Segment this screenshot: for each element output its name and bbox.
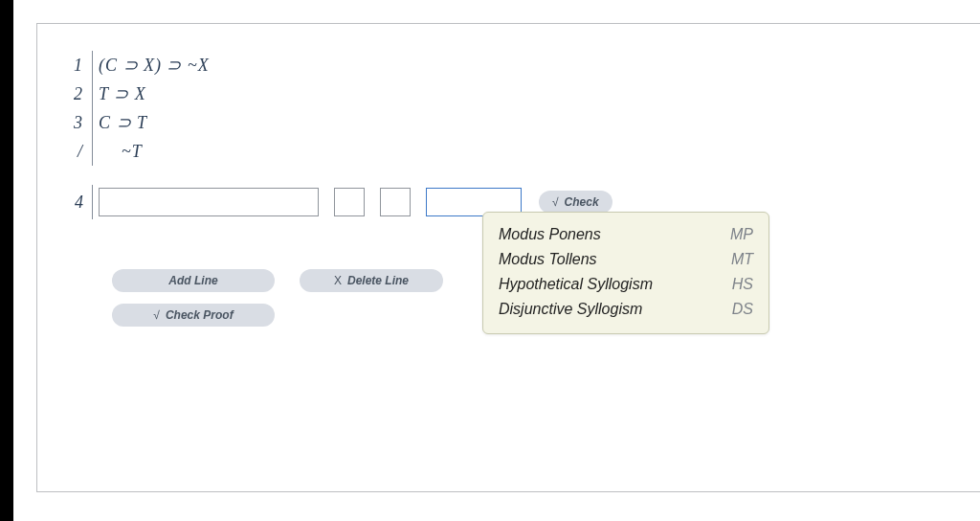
button-label: Check xyxy=(565,195,599,209)
premise-row: 1 (C ⊃ X) ⊃ ~X xyxy=(66,51,951,79)
formula-input[interactable] xyxy=(99,188,319,216)
premise-formula: C ⊃ T xyxy=(99,112,147,133)
line-number: 3 xyxy=(66,113,89,133)
justification-line-2-input[interactable] xyxy=(380,188,411,216)
add-line-button[interactable]: Add Line xyxy=(112,269,275,292)
divider xyxy=(92,185,93,219)
check-proof-button[interactable]: √ Check Proof xyxy=(112,304,275,327)
divider xyxy=(92,108,93,137)
line-number: 2 xyxy=(66,84,89,104)
button-label: Check Proof xyxy=(166,308,234,322)
rule-name: Hypothetical Syllogism xyxy=(499,276,653,293)
rule-name: Modus Ponens xyxy=(499,226,601,243)
left-rail xyxy=(0,0,13,521)
divider xyxy=(92,137,93,166)
line-number: 1 xyxy=(66,56,89,76)
rule-option[interactable]: Hypothetical Syllogism HS xyxy=(499,272,753,297)
rule-name: Modus Tollens xyxy=(499,251,597,268)
rule-abbr: MP xyxy=(730,226,753,243)
premise-formula: (C ⊃ X) ⊃ ~X xyxy=(99,55,210,76)
check-icon: √ xyxy=(153,308,160,322)
check-line-button[interactable]: √ Check xyxy=(539,191,612,214)
conclusion-row: / ~T xyxy=(66,137,951,166)
delete-line-button[interactable]: X Delete Line xyxy=(300,269,443,292)
premise-row: 3 C ⊃ T xyxy=(66,108,951,137)
check-icon: √ xyxy=(552,195,559,209)
close-icon: X xyxy=(334,274,342,287)
button-label: Add Line xyxy=(168,274,217,287)
rule-option[interactable]: Modus Ponens MP xyxy=(499,222,753,247)
premise-formula: T ⊃ X xyxy=(99,83,146,104)
button-label: Delete Line xyxy=(347,274,409,287)
rule-dropdown: Modus Ponens MP Modus Tollens MT Hypothe… xyxy=(482,212,769,334)
rule-name: Disjunctive Syllogism xyxy=(499,301,642,318)
divider xyxy=(92,51,93,79)
rule-option[interactable]: Disjunctive Syllogism DS xyxy=(499,297,753,322)
conclusion-marker: / xyxy=(66,142,89,162)
rule-abbr: DS xyxy=(732,301,753,318)
rule-abbr: MT xyxy=(731,251,753,268)
proof-panel: 1 (C ⊃ X) ⊃ ~X 2 T ⊃ X 3 C ⊃ T / ~T 4 xyxy=(36,23,980,492)
divider xyxy=(92,79,93,108)
premise-row: 2 T ⊃ X xyxy=(66,79,951,108)
line-number: 4 xyxy=(66,193,89,213)
justification-line-1-input[interactable] xyxy=(334,188,365,216)
app-root: 1 (C ⊃ X) ⊃ ~X 2 T ⊃ X 3 C ⊃ T / ~T 4 xyxy=(0,0,980,521)
conclusion-formula: ~T xyxy=(99,142,143,162)
rule-option[interactable]: Modus Tollens MT xyxy=(499,247,753,272)
rule-abbr: HS xyxy=(732,276,753,293)
